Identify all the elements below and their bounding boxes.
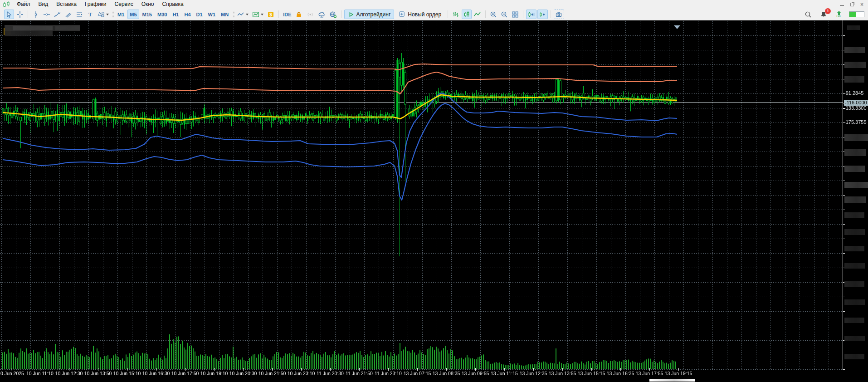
new-order-icon: [399, 11, 405, 18]
time-axis-label: 11 Jun 20:30: [317, 371, 344, 376]
redacted-price-label: [844, 336, 865, 341]
time-axis-label: 13 Jun 13:55: [549, 371, 576, 376]
search-button[interactable]: [803, 10, 813, 19]
time-axis-label: 10 Jun 15:10: [113, 371, 141, 376]
channel-icon: [65, 11, 72, 18]
zoom-in-button[interactable]: [488, 10, 498, 19]
redacted-price-label: [844, 196, 866, 203]
text-tool-icon: T: [87, 11, 94, 18]
bars-chart-button[interactable]: [451, 10, 461, 19]
candles-chart-icon: [463, 11, 470, 18]
redacted-price-label: [844, 62, 866, 68]
redacted-price-label: [844, 166, 865, 172]
zoom-out-button[interactable]: [499, 10, 509, 19]
community-globe-icon: [329, 11, 337, 18]
shift-end-button[interactable]: [526, 10, 536, 19]
time-axis-label: 13 Jun 15:15: [578, 371, 605, 376]
timeframe-M30[interactable]: M30: [155, 10, 169, 19]
ide-button[interactable]: IDE: [282, 10, 293, 19]
auto-scroll-button[interactable]: [537, 10, 548, 19]
line-chart-button[interactable]: [473, 10, 483, 19]
redacted-price-label: [844, 263, 865, 269]
toolbar-right-group: 1 LVL: [803, 10, 868, 19]
redacted-price-label: [844, 229, 865, 235]
timeframe-H1[interactable]: H1: [170, 10, 181, 19]
timeframe-MN[interactable]: MN: [219, 10, 231, 19]
redacted-symbol-name: [55, 26, 80, 30]
trendline-button[interactable]: [53, 10, 63, 19]
screenshot-button[interactable]: [554, 10, 564, 19]
timeframe-H4[interactable]: H4: [182, 10, 193, 19]
restore-icon[interactable]: [850, 3, 854, 6]
menu-item-Вид[interactable]: Вид: [34, 0, 53, 8]
menu-item-Вставка[interactable]: Вставка: [52, 0, 81, 8]
community-button[interactable]: [328, 10, 338, 19]
timeframe-M15[interactable]: M15: [140, 10, 154, 19]
fibonacci-icon: [76, 11, 83, 18]
window-controls: ×: [840, 2, 868, 7]
cloud-icon: [318, 11, 326, 18]
time-axis-label: 13 Jun 16:35: [607, 371, 634, 376]
price-axis-label: -175.3755: [844, 119, 867, 125]
time-axis-label: 13 Jun 17:55: [636, 371, 663, 376]
menu-items: ФайлВидВставкаГрафикиСервисОкноСправка: [13, 0, 188, 8]
indicators-button[interactable]: [251, 10, 265, 19]
indicator-chart-icon: [252, 11, 259, 18]
redacted-price-label: [844, 354, 864, 359]
shapes-icon: [98, 11, 105, 18]
candles-chart-button[interactable]: [462, 10, 472, 19]
zoom-in-icon: [490, 11, 497, 18]
menu-item-Справка[interactable]: Справка: [158, 0, 188, 8]
timeframe-M1[interactable]: M1: [115, 10, 127, 19]
time-axis-label: 10 Jun 21:50: [258, 371, 286, 376]
vertical-line-icon: [32, 11, 39, 18]
shapes-button[interactable]: [96, 10, 110, 19]
vertical-line-button[interactable]: [31, 10, 41, 19]
algo-trading-label: Алготрейдинг: [356, 11, 391, 18]
time-axis-label: 13 Jun 08:35: [433, 371, 460, 376]
close-icon[interactable]: ×: [860, 2, 863, 7]
redacted-symbol-name: [5, 31, 53, 36]
trendline-icon: [54, 11, 61, 18]
chart-canvas[interactable]: [0, 20, 868, 382]
timeframe-W1[interactable]: W1: [206, 10, 218, 19]
timeframe-M5[interactable]: M5: [127, 10, 139, 19]
fibonacci-button[interactable]: [74, 10, 84, 19]
levels-indicator[interactable]: LVL: [834, 10, 844, 19]
price-axis-label: -133.3300: [844, 105, 867, 111]
menu-item-Сервис[interactable]: Сервис: [111, 0, 137, 8]
notifications-button[interactable]: 1: [819, 10, 829, 19]
time-axis-label: 10 Jun 20:30: [229, 371, 257, 376]
market-button[interactable]: [294, 10, 304, 19]
redacted-price-label: [844, 182, 868, 188]
time-axis-label: 13 Jun 19:15: [665, 371, 692, 376]
time-axis-label: 10 Jun 12:30: [55, 371, 83, 376]
cursor-button[interactable]: [4, 10, 14, 19]
algo-trading-button[interactable]: Алготрейдинг: [344, 10, 395, 19]
horizontal-line-button[interactable]: [42, 10, 52, 19]
svg-text:$: $: [269, 12, 272, 17]
channel-button[interactable]: [63, 10, 73, 19]
horizontal-line-icon: [43, 11, 50, 18]
new-order-button[interactable]: Новый ордер: [395, 10, 445, 19]
minimize-icon[interactable]: [840, 3, 844, 6]
chart-window: -91.2845-116.0000-133.3300-175.375510 Ju…: [0, 20, 868, 382]
menu-item-Графики[interactable]: Графики: [81, 0, 111, 8]
line-studies-button[interactable]: [236, 10, 250, 19]
price-axis-label: -91.2845: [844, 90, 863, 96]
time-axis-label: 10 Jun 2025: [0, 371, 24, 376]
text-tool-button[interactable]: T: [85, 10, 95, 19]
toolbar: T M1M5M15M30H1H4D1W1MN $ IDE: [0, 9, 868, 20]
tile-windows-button[interactable]: [510, 10, 520, 19]
shift-end-icon: [527, 11, 535, 18]
line-chart-icon: [474, 11, 481, 18]
currency-button[interactable]: $: [266, 10, 276, 19]
crosshair-button[interactable]: [15, 10, 25, 19]
timeframe-D1[interactable]: D1: [194, 10, 205, 19]
signals-button[interactable]: [305, 10, 316, 19]
time-axis-label: 11 Jun 23:10: [375, 371, 402, 376]
vps-button[interactable]: [317, 10, 327, 19]
menu-item-Окно[interactable]: Окно: [137, 0, 158, 8]
redacted-price-label: [844, 318, 864, 323]
menu-item-Файл[interactable]: Файл: [13, 0, 34, 8]
